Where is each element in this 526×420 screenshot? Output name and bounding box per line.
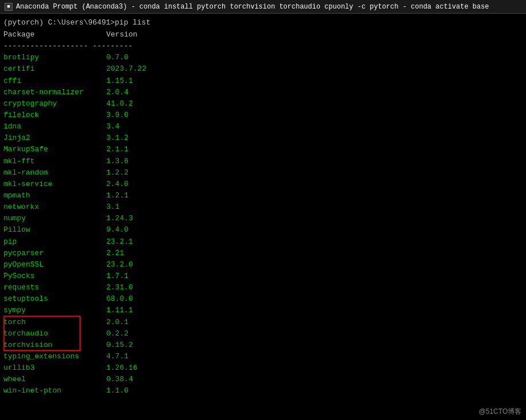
packages-container: brotlipy0.7.0certifi2023.7.22cffi1.15.1c… xyxy=(3,52,523,397)
table-row: typing_extensions4.7.1 xyxy=(3,351,523,362)
table-row: setuptools68.0.0 xyxy=(3,293,523,305)
table-row: pyOpenSSL23.2.0 xyxy=(3,259,523,270)
pkg-version: 1.2.2 xyxy=(106,167,129,179)
header-version: Version xyxy=(106,29,138,41)
pkg-name: Jinja2 xyxy=(3,132,106,144)
table-row: torch2.0.1 xyxy=(3,317,523,328)
table-row: wheel0.38.4 xyxy=(3,374,523,385)
pkg-name: MarkupSafe xyxy=(3,144,106,155)
table-row: MarkupSafe2.1.1 xyxy=(3,144,523,155)
table-row: cryptography41.0.2 xyxy=(3,98,523,110)
pkg-name: filelock xyxy=(3,110,106,121)
terminal-body: (pytorch) C:\Users\96491>pip list Packag… xyxy=(0,14,526,420)
pkg-name: Pillow xyxy=(3,224,106,236)
table-row: cffi1.15.1 xyxy=(3,75,523,87)
pkg-name: idna xyxy=(3,121,106,132)
table-row: torchvision0.15.2 xyxy=(3,340,523,351)
pkg-version: 3.9.0 xyxy=(106,110,129,121)
pkg-name: mkl-fft xyxy=(3,156,106,167)
pkg-name: urllib3 xyxy=(3,362,106,374)
pkg-name: mkl-random xyxy=(3,167,106,179)
pkg-version: 2.31.0 xyxy=(106,282,133,293)
pkg-name: torch xyxy=(3,317,106,328)
pkg-version: 4.7.1 xyxy=(106,351,129,362)
pkg-name: mkl-service xyxy=(3,179,106,190)
pkg-name: brotlipy xyxy=(3,52,106,63)
table-row: PySocks1.7.1 xyxy=(3,270,523,282)
table-row: urllib31.26.16 xyxy=(3,362,523,374)
table-row: requests2.31.0 xyxy=(3,282,523,293)
separator-row: ------------------- --------- xyxy=(3,41,523,52)
terminal-icon: ■ xyxy=(5,3,13,11)
pkg-version: 1.3.6 xyxy=(106,156,129,167)
pkg-name: charset-normalizer xyxy=(3,87,106,98)
pkg-version: 41.0.2 xyxy=(106,98,133,110)
pkg-name: wheel xyxy=(3,374,106,385)
separator: ------------------- --------- xyxy=(3,41,132,52)
watermark: @51CTO博客 xyxy=(479,407,521,417)
pkg-version: 2.1.1 xyxy=(106,144,129,155)
pkg-version: 3.4 xyxy=(106,121,119,132)
pkg-version: 9.4.0 xyxy=(106,224,129,236)
pkg-name: cffi xyxy=(3,75,106,87)
pkg-name: win-inet-pton xyxy=(3,385,106,397)
pkg-name: typing_extensions xyxy=(3,351,106,362)
pkg-version: 2.0.4 xyxy=(106,87,129,98)
pkg-version: 2.21 xyxy=(106,248,124,259)
table-row: win-inet-pton1.1.0 xyxy=(3,385,523,397)
table-row: pip23.2.1 xyxy=(3,236,523,248)
table-row: mkl-service2.4.0 xyxy=(3,179,523,190)
table-row: mkl-fft1.3.6 xyxy=(3,156,523,167)
table-row: mpmath1.2.1 xyxy=(3,190,523,201)
pkg-version: 1.26.16 xyxy=(106,362,138,374)
pkg-name: torchvision xyxy=(3,340,106,351)
pkg-version: 2023.7.22 xyxy=(106,63,146,75)
pkg-version: 1.7.1 xyxy=(106,270,129,282)
pkg-name: certifi xyxy=(3,63,106,75)
table-row: Pillow9.4.0 xyxy=(3,224,523,236)
table-row: pycparser2.21 xyxy=(3,248,523,259)
table-row: Jinja23.1.2 xyxy=(3,132,523,144)
table-row: numpy1.24.3 xyxy=(3,213,523,224)
pkg-version: 1.2.1 xyxy=(106,190,129,201)
pkg-version: 23.2.0 xyxy=(106,259,133,270)
table-row: networkx3.1 xyxy=(3,201,523,213)
pkg-version: 0.2.2 xyxy=(106,328,129,340)
pkg-name: requests xyxy=(3,282,106,293)
pkg-version: 3.1.2 xyxy=(106,132,129,144)
pkg-name: numpy xyxy=(3,213,106,224)
table-row: filelock3.9.0 xyxy=(3,110,523,121)
pkg-name: networkx xyxy=(3,201,106,213)
pkg-version: 1.24.3 xyxy=(106,213,133,224)
pkg-version: 0.38.4 xyxy=(106,374,133,385)
pkg-version: 1.15.1 xyxy=(106,75,133,87)
pkg-version: 1.11.1 xyxy=(106,305,133,316)
pkg-version: 2.4.0 xyxy=(106,179,129,190)
pkg-name: PySocks xyxy=(3,270,106,282)
table-row: idna3.4 xyxy=(3,121,523,132)
pkg-name: sympy xyxy=(3,305,106,316)
header-package: Package xyxy=(3,29,106,41)
pkg-version: 2.0.1 xyxy=(106,317,129,328)
pkg-name: pyOpenSSL xyxy=(3,259,106,270)
table-row: mkl-random1.2.2 xyxy=(3,167,523,179)
table-row: charset-normalizer2.0.4 xyxy=(3,87,523,98)
pkg-name: pycparser xyxy=(3,248,106,259)
prompt-line: (pytorch) C:\Users\96491>pip list xyxy=(3,18,523,27)
table-row: torchaudio0.2.2 xyxy=(3,328,523,340)
pkg-version: 23.2.1 xyxy=(106,236,133,248)
pkg-version: 0.15.2 xyxy=(106,340,133,351)
pkg-version: 3.1 xyxy=(106,201,119,213)
pkg-version: 68.0.0 xyxy=(106,293,133,305)
table-row: sympy1.11.1 xyxy=(3,305,523,316)
pkg-name: mpmath xyxy=(3,190,106,201)
pkg-version: 1.1.0 xyxy=(106,385,129,397)
pkg-name: torchaudio xyxy=(3,328,106,340)
pkg-version: 0.7.0 xyxy=(106,52,129,63)
table-row: certifi2023.7.22 xyxy=(3,63,523,75)
table-row: brotlipy0.7.0 xyxy=(3,52,523,63)
header-row: Package Version xyxy=(3,29,523,41)
title-bar: ■ Anaconda Prompt (Anaconda3) - conda in… xyxy=(0,0,526,14)
title-text: Anaconda Prompt (Anaconda3) - conda inst… xyxy=(16,3,489,11)
pkg-name: cryptography xyxy=(3,98,106,110)
